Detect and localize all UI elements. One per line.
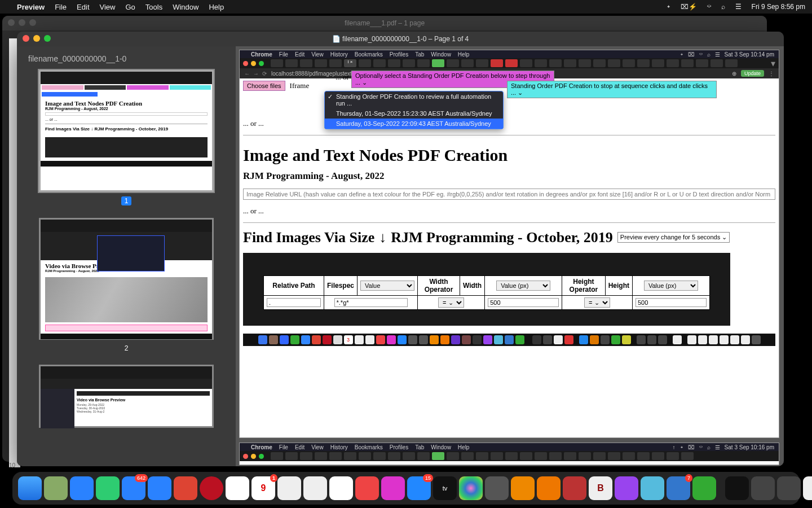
messages-icon[interactable] (96, 476, 120, 500)
inner-mac-menubar: Chrome File Edit View History Bookmarks … (240, 50, 779, 58)
width-input (488, 298, 559, 307)
find-heading-a: Find Images Via Size (243, 229, 374, 246)
mail-icon[interactable]: 642 (122, 476, 145, 500)
dock-app[interactable] (485, 476, 509, 500)
calendar-icon[interactable]: 91 (251, 476, 275, 500)
close-icon[interactable] (23, 35, 29, 42)
menu-file[interactable]: File (55, 3, 67, 11)
thumbnail-sidebar[interactable]: filename_0000000000__1-0 Image and Text … (17, 46, 236, 466)
dock-app[interactable] (44, 476, 68, 500)
wifi-icon[interactable]: ⌔ (707, 3, 711, 11)
music-icon[interactable] (355, 476, 379, 500)
thumb-page-num-2: 2 (125, 344, 129, 352)
back-icon: ← (244, 71, 250, 77)
sidebar-title: filename_0000000000__1-0 (28, 54, 224, 63)
dock-app[interactable]: B (589, 476, 612, 500)
document-area[interactable]: Chrome File Edit View History Bookmarks … (236, 46, 784, 466)
stop-select: Standing Order PDF Creation to stop at s… (507, 81, 717, 98)
pdf-page-1: Chrome File Edit View History Bookmarks … (239, 50, 779, 438)
podcasts-icon[interactable] (381, 476, 405, 500)
bluetooth-icon[interactable]: ᛭ (667, 3, 670, 11)
maps-icon[interactable] (174, 476, 197, 500)
menubar-app[interactable]: Preview (17, 3, 45, 11)
thumbnail-page-1[interactable]: Image and Text Nodes PDF Creation RJM Pr… (39, 70, 214, 192)
battery-icon[interactable]: ⌧⚡ (681, 3, 697, 11)
notes-icon[interactable] (329, 476, 353, 500)
pdf-page-2: Chrome File Edit View History Bookmarks … (239, 443, 779, 465)
terminal-icon[interactable] (725, 476, 749, 500)
update-button: Update (741, 70, 764, 77)
thumb-page-num-1: 1 (121, 196, 132, 205)
menubar-clock[interactable]: Fri 9 Sep 8:56 pm (752, 3, 805, 11)
menu-go[interactable]: Go (125, 3, 135, 11)
width-op: = ⌄ (438, 297, 464, 308)
zoom-icon[interactable] (44, 35, 51, 42)
tv-icon[interactable]: tv (433, 476, 457, 500)
image-url-input (243, 189, 775, 200)
dropdown-opt-1: Standing Order PDF Creation to review a … (325, 91, 503, 108)
preview-window: 📄 filename_0000000000__1-0 – Page 1 of 4… (17, 32, 784, 466)
dock-app[interactable] (537, 476, 561, 500)
find-heading-b: RJM Programming - October, 2019 (391, 229, 613, 246)
menu-tools[interactable]: Tools (145, 3, 162, 11)
dock-app[interactable] (692, 476, 716, 500)
thumbnail-page-2[interactable]: Video via Browse Preview RJM Programming… (39, 218, 214, 340)
minimize-icon[interactable] (33, 35, 40, 42)
control-center-icon[interactable]: ☰ (735, 3, 742, 11)
window-title: filename_0000000000__1-0 – Page 1 of 4 (342, 35, 469, 43)
menu-view[interactable]: View (100, 3, 116, 11)
spotlight-icon[interactable]: ⌕ (721, 3, 725, 11)
iframe-label: Iframe (288, 81, 312, 90)
choose-files-button: Choose files (243, 81, 285, 91)
safari-icon[interactable] (70, 476, 94, 500)
contacts-icon[interactable] (277, 476, 301, 500)
window-titlebar[interactable]: 📄 filename_0000000000__1-0 – Page 1 of 4 (17, 32, 784, 46)
standing-order-dropdown: Standing Order PDF Creation to review a … (324, 91, 504, 129)
appstore-icon[interactable]: 15 (407, 476, 431, 500)
reload-icon: ⟳ (262, 71, 267, 77)
forward-icon: → (253, 71, 259, 77)
filter-table: Relative Path Filespec Value Width Opera… (263, 275, 710, 310)
mac-menubar: Preview File Edit View Go Tools Window H… (0, 0, 812, 14)
arrow-down-icon: ↓ (379, 229, 386, 246)
bg-window-title: filename___1.pdf – 1 page (345, 19, 425, 27)
dock-app[interactable] (751, 476, 775, 500)
bg-page-number: 10 (9, 462, 15, 468)
menu-edit[interactable]: Edit (77, 3, 89, 11)
filespec-input (334, 298, 408, 307)
height-input (636, 298, 707, 307)
dock-app[interactable] (641, 476, 664, 500)
dock-app[interactable] (148, 476, 171, 500)
filter-panel: Relative Path Filespec Value Width Opera… (243, 253, 730, 326)
opera-icon[interactable] (200, 476, 223, 500)
dock-app[interactable] (459, 476, 483, 500)
page-heading: Image and Text Nodes PDF Creation (243, 146, 775, 165)
dock-app[interactable] (777, 476, 801, 500)
textedit-icon[interactable] (803, 476, 812, 500)
photos-icon[interactable] (226, 476, 249, 500)
preview-select: Preview every change for 5 seconds ⌄ (617, 232, 730, 243)
menu-window[interactable]: Window (173, 3, 198, 11)
inner-clock: Sat 3 Sep 10:14 pm (725, 51, 774, 58)
dropdown-opt-2: Thursday, 01-Sep-2022 15:23:30 AEST Aust… (325, 108, 503, 119)
dock-app[interactable] (511, 476, 535, 500)
dock-app[interactable] (615, 476, 638, 500)
relpath-input (267, 298, 321, 307)
mac-dock[interactable]: 642 91 15 tv B 7 (12, 472, 800, 505)
thumbnail-page-3[interactable]: Video via Browse Preview Monday, 29-Aug-… (39, 365, 214, 428)
inner-dock: 3 (243, 334, 775, 346)
height-op: = ⌄ (584, 297, 610, 308)
finder-icon[interactable] (18, 476, 42, 500)
menu-help[interactable]: Help (209, 3, 224, 11)
filezilla-icon[interactable] (563, 476, 586, 500)
dropdown-opt-3: Saturday, 03-Sep-2022 22:09:43 AEST Aust… (325, 119, 503, 129)
page-subheading: RJM Programming - August, 2022 (243, 170, 775, 182)
dock-app[interactable]: 7 (667, 476, 690, 500)
inner-tabstrip: l × ▾ (240, 58, 779, 68)
reminders-icon[interactable] (303, 476, 327, 500)
